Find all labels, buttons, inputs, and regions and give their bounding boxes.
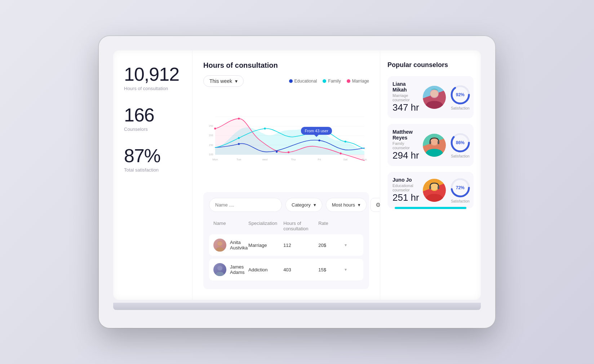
stat-hours: 10,912 Hours of consultation [124, 65, 181, 91]
filter-options-button[interactable]: ⚙ [370, 198, 380, 212]
stat-counselors: 166 Counselors [124, 106, 181, 132]
week-selector-label: This week [209, 78, 232, 84]
satisfaction-text-3: Satisfaction [451, 199, 470, 203]
counselors-label: Counselors [124, 126, 181, 132]
ring-label-2: 86% [456, 140, 465, 145]
counselor-card-2[interactable]: Matthew Reyes Family counselor 294 hr [387, 124, 474, 166]
counselor-avatar-2 [423, 134, 446, 157]
svg-text:wed: wed [262, 158, 267, 161]
svg-point-13 [238, 143, 240, 145]
hours-value: 10,912 [124, 65, 181, 84]
svg-rect-45 [438, 186, 439, 189]
satisfaction-text-1: Satisfaction [451, 106, 470, 110]
svg-point-15 [318, 139, 320, 141]
ring-container-3: 72% [449, 177, 471, 199]
right-panel: Popular counselors Liana Mikah Marriage … [380, 50, 481, 300]
chart-tooltip: From 43 user [301, 127, 332, 135]
counselor-avatar-1 [423, 86, 446, 109]
table-header: Name Specialization Hours of consultatio… [209, 218, 363, 234]
chart-legend: Educational Family Marriage [289, 79, 369, 84]
expand-row-1[interactable]: ▾ [345, 243, 359, 248]
svg-point-17 [264, 128, 266, 129]
svg-point-33 [430, 90, 438, 97]
spec-2: Addiction [248, 267, 283, 272]
marriage-dot [347, 79, 350, 83]
row-name-2: James Adams [213, 263, 248, 276]
svg-text:150: 150 [209, 143, 213, 147]
legend-family: Family [323, 79, 341, 84]
category-filter[interactable]: Category ▾ [285, 198, 322, 212]
svg-rect-39 [438, 141, 439, 144]
svg-point-11 [288, 151, 289, 153]
laptop-frame: 10,912 Hours of consultation 166 Counsel… [99, 36, 495, 328]
chart-svg: 100 150 200 250 [203, 91, 369, 185]
svg-text:200: 200 [209, 134, 213, 137]
col-rate: Rate [318, 221, 345, 231]
svg-point-31 [217, 266, 222, 270]
counselor-card-1[interactable]: Liana Mikah Marriage counselor 347 hr [387, 76, 474, 118]
svg-text:100: 100 [209, 153, 213, 156]
category-label: Category [292, 202, 311, 208]
popular-counselors-title: Popular counselors [387, 61, 474, 69]
row-name-1: Anita Austvika [213, 239, 248, 252]
svg-text:Tue: Tue [236, 158, 241, 161]
counselor-role-3: Educational counselor [393, 183, 419, 192]
svg-point-12 [340, 152, 342, 154]
laptop-bottom [113, 303, 481, 310]
svg-rect-38 [429, 141, 431, 144]
satisfaction-text-2: Satisfaction [451, 154, 470, 158]
svg-point-10 [238, 117, 240, 119]
svg-point-20 [345, 141, 346, 142]
expand-row-2[interactable]: ▾ [345, 267, 359, 272]
name-search-input[interactable] [209, 198, 282, 212]
table-row[interactable]: James Adams Addiction 403 15$ ▾ [209, 259, 363, 280]
legend-educational: Educational [289, 79, 317, 84]
chevron-down-icon: ▾ [314, 202, 316, 208]
rate-1: 20$ [318, 243, 345, 248]
col-specialization: Specialization [248, 221, 283, 231]
satisfaction-3: 72% Satisfaction [449, 177, 471, 203]
rate-2: 15$ [318, 267, 345, 272]
svg-point-9 [214, 128, 216, 129]
svg-text:Thu: Thu [291, 158, 296, 161]
satisfaction-label: Total satisfaction [124, 167, 181, 173]
family-label: Family [328, 79, 341, 84]
counselors-value: 166 [124, 106, 181, 124]
stats-panel: 10,912 Hours of consultation 166 Counsel… [113, 50, 192, 300]
sliders-icon: ⚙ [376, 201, 380, 208]
chevron-down-icon: ▾ [235, 78, 238, 84]
ring-label-1: 92% [456, 92, 465, 97]
counselor-avatar-3 [423, 179, 446, 202]
educational-label: Educational [294, 79, 317, 84]
hours-1: 112 [283, 243, 318, 248]
counselor-hours-2: 294 hr [393, 150, 419, 161]
educational-dot [289, 79, 293, 83]
main-content: Hours of consultation This week ▾ Educat… [192, 50, 380, 300]
ring-label-3: 72% [456, 185, 465, 190]
chevron-down-icon: ▾ [358, 202, 360, 208]
marriage-label: Marriage [352, 79, 369, 84]
legend-marriage: Marriage [347, 79, 369, 84]
satisfaction-1: 92% Satisfaction [449, 84, 471, 110]
svg-point-16 [238, 137, 240, 139]
col-hours: Hours of consultation [283, 221, 318, 231]
svg-text:Sun: Sun [362, 158, 367, 161]
counselor-hours-3: 251 hr [393, 192, 419, 203]
counselor-info-3: Juno Jo Educational counselor 251 hr [393, 177, 419, 203]
counselor-role-1: Marriage counselor [393, 93, 419, 102]
satisfaction-value: 87% [124, 146, 181, 165]
counselor-name-3: Juno Jo [393, 177, 419, 183]
week-selector[interactable]: This week ▾ [203, 75, 244, 87]
svg-text:Mon: Mon [212, 158, 218, 161]
satisfaction-2: 86% Satisfaction [449, 132, 471, 158]
svg-text:250: 250 [209, 124, 213, 128]
avatar-1 [213, 239, 226, 252]
table-row[interactable]: Anita Austvika Marriage 112 20$ ▾ [209, 234, 363, 256]
family-dot [323, 79, 326, 83]
sort-filter[interactable]: Most hours ▾ [326, 198, 367, 212]
ring-container-1: 92% [449, 84, 471, 106]
teal-bar [395, 207, 466, 209]
chart-section: Hours of consultation This week ▾ Educat… [203, 61, 369, 185]
counselor-card-3[interactable]: Juno Jo Educational counselor 251 hr [387, 172, 474, 208]
counselor-role-2: Family counselor [393, 141, 419, 150]
